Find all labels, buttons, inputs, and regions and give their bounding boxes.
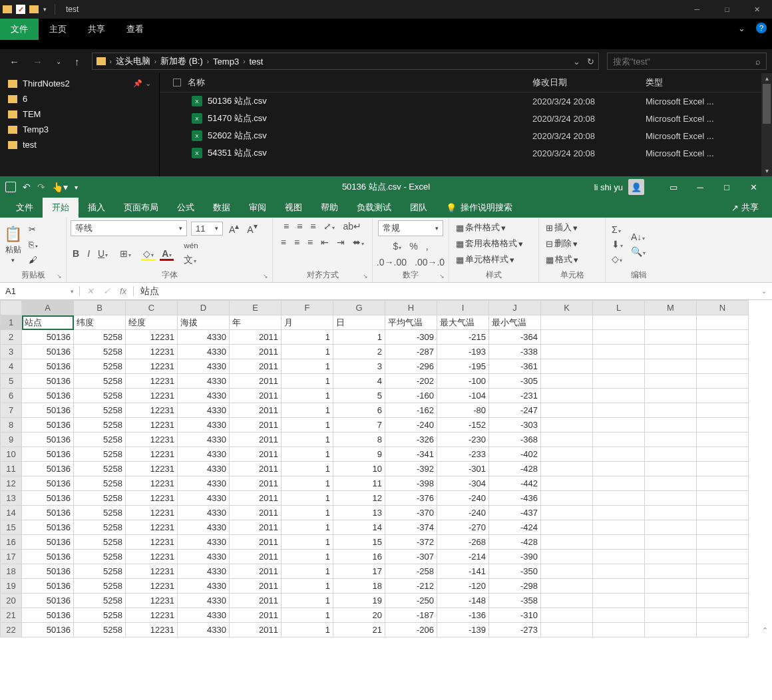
column-header[interactable]: K xyxy=(541,301,593,315)
cell[interactable]: -214 xyxy=(437,550,489,564)
cell[interactable]: -206 xyxy=(385,623,437,637)
cell[interactable]: 50136 xyxy=(22,418,74,433)
cell[interactable] xyxy=(645,564,697,579)
close-button[interactable]: ✕ xyxy=(740,182,767,192)
cell[interactable]: 2011 xyxy=(230,462,282,476)
nav-recent-dropdown[interactable]: ⌄ xyxy=(52,57,65,67)
cell[interactable]: 50136 xyxy=(22,491,74,506)
cell[interactable]: -437 xyxy=(489,506,541,520)
share-button[interactable]: ↗ 共享 xyxy=(725,198,765,218)
cell[interactable]: 1 xyxy=(282,594,333,608)
cell[interactable]: 2011 xyxy=(230,447,282,462)
formula-input[interactable]: 站点 xyxy=(134,285,756,297)
increase-decimal-icon[interactable]: .0→.00 xyxy=(375,256,409,268)
accounting-format-icon[interactable]: $▾ xyxy=(391,240,403,252)
tree-item[interactable]: test xyxy=(0,137,159,152)
cell[interactable]: 12231 xyxy=(126,462,178,476)
explorer-file-list[interactable]: 名称 修改日期 类型 X50136 站点.csv2020/3/24 20:08M… xyxy=(160,73,772,176)
align-center-icon[interactable]: ≡ xyxy=(292,236,301,248)
row-header[interactable]: 10 xyxy=(1,447,22,462)
cell[interactable]: 5258 xyxy=(74,330,126,345)
format-painter-icon[interactable]: 🖌 xyxy=(26,254,42,266)
cell[interactable]: 2011 xyxy=(230,476,282,491)
cell[interactable]: -301 xyxy=(437,462,489,476)
ribbon-tab[interactable]: 帮助 xyxy=(311,198,347,218)
maximize-button[interactable]: □ xyxy=(712,0,742,19)
maximize-button[interactable]: □ xyxy=(713,182,740,192)
cell[interactable]: 1 xyxy=(282,608,333,623)
file-row[interactable]: X50136 站点.csv2020/3/24 20:08Microsoft Ex… xyxy=(160,92,772,110)
ribbon-tab[interactable]: 团队 xyxy=(401,198,437,218)
cell[interactable]: 12231 xyxy=(126,594,178,608)
column-header[interactable]: L xyxy=(593,301,645,315)
cell[interactable]: 50136 xyxy=(22,608,74,623)
cell[interactable]: 1 xyxy=(282,550,333,564)
cell[interactable]: 4330 xyxy=(178,608,230,623)
ribbon-tab[interactable]: 视图 xyxy=(276,198,311,218)
cell[interactable]: 1 xyxy=(282,345,333,359)
cell[interactable]: 4330 xyxy=(178,520,230,535)
cell[interactable]: 月 xyxy=(282,315,333,330)
cell[interactable]: 3 xyxy=(333,359,385,374)
cell[interactable]: -358 xyxy=(489,594,541,608)
column-header[interactable]: M xyxy=(645,301,697,315)
cell[interactable]: -212 xyxy=(385,579,437,594)
row-header[interactable]: 2 xyxy=(1,330,22,345)
cell[interactable]: 12231 xyxy=(126,608,178,623)
cell[interactable]: 4330 xyxy=(178,418,230,433)
cell[interactable]: 5258 xyxy=(74,623,126,637)
align-top-icon[interactable]: ≡ xyxy=(282,220,291,232)
cell[interactable] xyxy=(697,330,749,345)
cell[interactable] xyxy=(697,608,749,623)
cell[interactable]: -310 xyxy=(489,608,541,623)
column-header[interactable]: J xyxy=(489,301,541,315)
cell[interactable] xyxy=(593,462,645,476)
redo-icon[interactable]: ↷ xyxy=(37,182,45,192)
cell[interactable]: 2011 xyxy=(230,535,282,550)
cell[interactable] xyxy=(541,418,593,433)
cell[interactable] xyxy=(697,403,749,418)
cell[interactable]: 50136 xyxy=(22,433,74,447)
cell[interactable] xyxy=(593,403,645,418)
cell[interactable] xyxy=(541,608,593,623)
file-row[interactable]: X54351 站点.csv2020/3/24 20:08Microsoft Ex… xyxy=(160,144,772,162)
cell[interactable] xyxy=(645,433,697,447)
cell[interactable]: -268 xyxy=(437,535,489,550)
cell[interactable]: -247 xyxy=(489,403,541,418)
cell[interactable]: 50136 xyxy=(22,374,74,389)
cell[interactable]: 2011 xyxy=(230,520,282,535)
cell[interactable]: 2011 xyxy=(230,433,282,447)
cell[interactable] xyxy=(541,345,593,359)
cell[interactable]: 12231 xyxy=(126,330,178,345)
cell[interactable]: -370 xyxy=(385,506,437,520)
cell[interactable]: 14 xyxy=(333,520,385,535)
cell[interactable] xyxy=(541,315,593,330)
tree-item[interactable]: ThirdNotes2📌⌄ xyxy=(0,76,159,91)
cell[interactable] xyxy=(645,389,697,403)
format-as-table-button[interactable]: ▦ 套用表格格式 ▾ xyxy=(453,236,526,251)
cell[interactable]: 纬度 xyxy=(74,315,126,330)
cell[interactable]: 5258 xyxy=(74,535,126,550)
cell[interactable] xyxy=(697,623,749,637)
row-header[interactable]: 21 xyxy=(1,608,22,623)
cell[interactable]: 12231 xyxy=(126,476,178,491)
cell[interactable] xyxy=(697,374,749,389)
cell[interactable]: 4330 xyxy=(178,403,230,418)
cell[interactable]: 1 xyxy=(282,491,333,506)
tell-me-input[interactable]: 操作说明搜索 xyxy=(461,202,512,214)
ribbon-tab[interactable]: 数据 xyxy=(204,198,240,218)
ribbon-tab[interactable]: 插入 xyxy=(79,198,114,218)
cell[interactable]: 2011 xyxy=(230,389,282,403)
cell[interactable] xyxy=(697,389,749,403)
cell[interactable]: 5258 xyxy=(74,550,126,564)
name-box[interactable]: A1▾ xyxy=(0,286,80,296)
cell[interactable]: -120 xyxy=(437,579,489,594)
cell[interactable] xyxy=(697,535,749,550)
cell[interactable]: -195 xyxy=(437,359,489,374)
cell[interactable]: -104 xyxy=(437,389,489,403)
cell[interactable]: 5258 xyxy=(74,374,126,389)
expand-formula-icon[interactable]: ⌄ xyxy=(756,287,772,295)
cell[interactable] xyxy=(697,476,749,491)
cell[interactable] xyxy=(541,579,593,594)
cell[interactable] xyxy=(593,476,645,491)
